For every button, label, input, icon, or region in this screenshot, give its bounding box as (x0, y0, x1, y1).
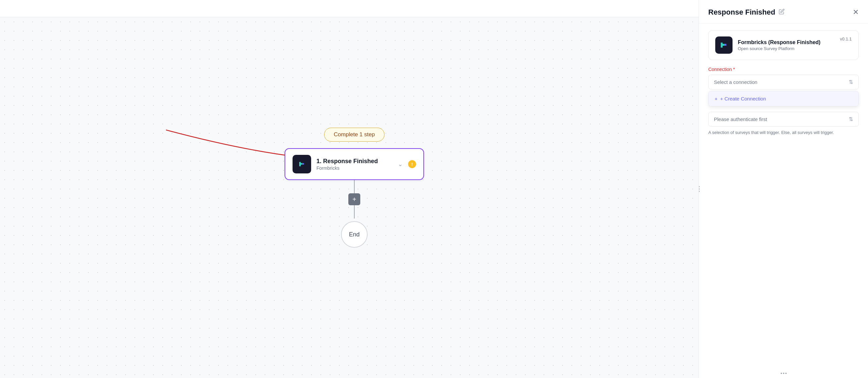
create-connection-item[interactable]: + + Create Connection (709, 91, 858, 106)
connection-section: Connection * Select a connection ⇅ + + C… (699, 67, 868, 143)
panel-title: Response Finished (708, 8, 785, 16)
resize-dot-3 (699, 191, 700, 192)
complete-step-badge: Complete 1 step (324, 128, 384, 142)
bottom-dot-2 (783, 373, 784, 374)
end-node: End (341, 221, 368, 248)
panel-title-text: Response Finished (708, 8, 775, 16)
node-info: 1. Response Finished Formbricks (316, 158, 393, 171)
survey-chevron-icon: ⇅ (849, 116, 853, 122)
node-logo (292, 155, 311, 173)
formbricks-panel-icon (718, 39, 730, 51)
plus-icon: + (715, 96, 718, 101)
add-step-button[interactable]: + (348, 193, 360, 205)
connector-bottom (354, 205, 354, 218)
connection-dropdown-menu: + + Create Connection (708, 91, 859, 106)
integration-version: v0.1.1 (840, 36, 852, 41)
connection-label: Connection * (708, 67, 859, 72)
warning-icon: ! (408, 160, 416, 168)
node-chevron: ⌄ (398, 161, 403, 168)
connection-dropdown[interactable]: Select a connection ⇅ + + Create Connect… (708, 75, 859, 106)
panel-header: Response Finished ✕ (699, 0, 868, 24)
survey-helper-text: A selection of surveys that will trigger… (708, 129, 859, 136)
bottom-dot-3 (785, 373, 787, 374)
resize-handle[interactable] (699, 182, 701, 196)
resize-dot-2 (699, 188, 700, 190)
connection-select-value: Select a connection (714, 79, 757, 85)
survey-select-value: Please authenticate first (714, 116, 767, 122)
node-title: 1. Response Finished (316, 158, 393, 165)
survey-select[interactable]: Please authenticate first ⇅ (708, 112, 859, 127)
edit-title-icon[interactable] (779, 9, 785, 16)
integration-name: Formbricks (Response Finished) (738, 39, 835, 45)
node-subtitle: Formbricks (316, 166, 393, 171)
connector-top (354, 180, 354, 193)
create-connection-label: + Create Connection (720, 96, 766, 101)
formbricks-logo-icon (297, 159, 307, 169)
connection-select[interactable]: Select a connection ⇅ (708, 75, 859, 90)
integration-logo (715, 36, 733, 54)
node-card[interactable]: 1. Response Finished Formbricks ⌄ ! (285, 148, 424, 180)
resize-dot-1 (699, 186, 700, 187)
integration-card: Formbricks (Response Finished) Open sour… (708, 30, 859, 60)
right-panel: Response Finished ✕ Formbricks (Response… (699, 0, 868, 378)
bottom-dot-1 (781, 373, 782, 374)
close-panel-icon[interactable]: ✕ (853, 9, 859, 16)
integration-desc: Open source Survey Platform (738, 46, 835, 51)
canvas: Complete 1 step 1. Response Finished For… (0, 17, 709, 378)
flow-container: Complete 1 step 1. Response Finished For… (285, 128, 424, 248)
integration-info: Formbricks (Response Finished) Open sour… (738, 39, 835, 51)
bottom-resize-handle[interactable] (781, 373, 787, 374)
chevron-up-down-icon: ⇅ (849, 79, 853, 85)
